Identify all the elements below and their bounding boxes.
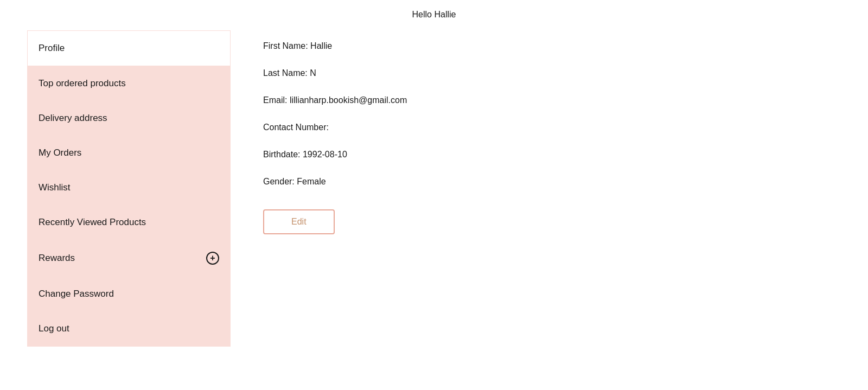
sidebar-item-log-out[interactable]: Log out [28,311,230,346]
sidebar: Profile Top ordered products Delivery ad… [27,30,231,347]
contact-field: Contact Number: [263,123,835,132]
sidebar-item-top-ordered-label: Top ordered products [39,78,126,89]
sidebar-item-wishlist[interactable]: Wishlist [28,170,230,205]
sidebar-item-my-orders[interactable]: My Orders [28,136,230,170]
sidebar-item-delivery-address[interactable]: Delivery address [28,101,230,136]
first-name-field: First Name: Hallie [263,41,835,51]
sidebar-item-wishlist-label: Wishlist [39,182,71,193]
top-bar: Hello Hallie [0,0,868,25]
sidebar-item-top-ordered-products[interactable]: Top ordered products [28,66,230,101]
last-name-field: Last Name: N [263,68,835,78]
sidebar-item-recently-viewed[interactable]: Recently Viewed Products [28,205,230,240]
rewards-plus-icon: + [206,252,219,265]
sidebar-item-change-password[interactable]: Change Password [28,277,230,311]
sidebar-item-my-orders-label: My Orders [39,148,81,158]
sidebar-item-recently-viewed-label: Recently Viewed Products [39,217,146,228]
gender-field: Gender: Female [263,177,835,187]
greeting-text: Hello Hallie [412,10,456,19]
edit-button[interactable]: Edit [263,209,335,234]
sidebar-item-rewards[interactable]: Rewards + [28,240,230,277]
birthdate-field: Birthdate: 1992-08-10 [263,150,835,159]
sidebar-item-change-password-label: Change Password [39,289,114,299]
sidebar-item-profile-label: Profile [39,43,65,54]
sidebar-item-rewards-label: Rewards [39,253,75,264]
sidebar-item-delivery-label: Delivery address [39,113,107,124]
sidebar-item-profile[interactable]: Profile [28,31,230,66]
content-area: First Name: Hallie Last Name: N Email: l… [231,30,868,347]
sidebar-item-log-out-label: Log out [39,323,69,334]
email-field: Email: lillianharp.bookish@gmail.com [263,95,835,105]
